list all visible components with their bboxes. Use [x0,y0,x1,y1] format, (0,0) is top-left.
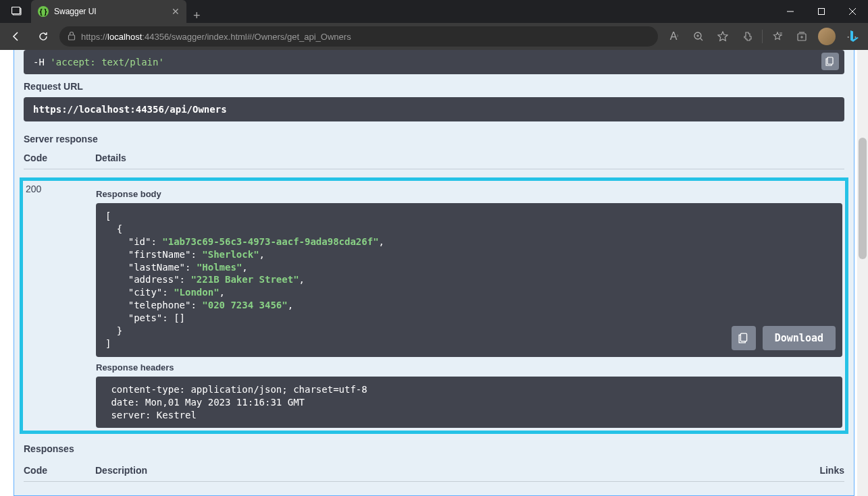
browser-tab[interactable]: { } Swagger UI ✕ [31,0,186,23]
extensions-icon[interactable] [736,26,758,47]
response-body-title: Response body [96,189,842,199]
browser-titlebar: { } Swagger UI ✕ + [0,0,868,23]
favorites-bar-icon[interactable] [767,26,788,47]
address-bar[interactable]: https://localhost:44356/swagger/index.ht… [59,26,658,47]
back-button[interactable] [5,26,27,47]
responses-title: Responses [24,443,844,454]
details-header: Details [95,153,126,163]
maximize-button[interactable] [806,0,837,23]
scrollbar-thumb[interactable] [859,138,867,259]
svg-rect-17 [827,57,833,64]
request-url-box: https://localhost:44356/api/Owners [24,97,844,121]
responses-links-header: Links [819,465,844,476]
browser-toolbar: https://localhost:44356/swagger/index.ht… [0,23,868,50]
request-url-title: Request URL [24,81,844,92]
window-controls [775,0,868,23]
svg-line-8 [700,38,703,40]
svg-rect-18 [740,333,746,341]
new-tab-button[interactable]: + [186,9,207,23]
responses-table-header: Code Description Links [24,465,844,482]
bing-sidebar-icon[interactable] [844,26,865,47]
responses-description-header: Description [95,465,819,476]
response-headers-box: content-type: application/json; charset=… [96,377,842,429]
responses-code-header: Code [24,465,95,476]
response-headers-title: Response headers [96,362,842,373]
curl-flag: -H [33,57,45,67]
code-header: Code [24,153,95,163]
collections-icon[interactable] [791,26,813,47]
curl-command-box: -H 'accept: text/plain' [24,50,844,74]
read-aloud-icon[interactable]: A⁾ [663,26,685,47]
page-scrollbar[interactable] [857,50,868,496]
request-url-value: https://localhost:44356/api/Owners [33,104,227,115]
download-button[interactable]: Download [763,326,836,350]
copy-response-button[interactable] [732,326,756,350]
zoom-icon[interactable] [688,26,709,47]
profile-avatar[interactable] [818,28,836,45]
tab-actions-icon[interactable] [5,0,28,23]
svg-rect-1 [12,7,20,14]
responses-section: Responses Code Description Links [24,443,844,482]
favorite-icon[interactable] [712,26,734,47]
minimize-button[interactable] [775,0,806,23]
copy-curl-button[interactable] [821,53,839,70]
swagger-operation-panel: -H 'accept: text/plain' Request URL http… [14,50,854,496]
lock-icon [68,31,76,43]
status-code: 200 [26,184,96,428]
svg-rect-3 [819,9,825,15]
swagger-favicon-icon: { } [38,6,49,17]
live-response-highlight: 200 Response body [ { "id": "1ab73c69-56… [20,177,848,434]
page-content: -H 'accept: text/plain' Request URL http… [0,50,868,496]
refresh-button[interactable] [32,26,54,47]
response-table-header: Code Details [24,153,844,169]
url-text: https://localhost:44356/swagger/index.ht… [81,32,351,42]
tab-close-icon[interactable]: ✕ [172,6,180,17]
server-response-title: Server response [24,134,844,144]
close-window-button[interactable] [837,0,868,23]
response-body-box: [ { "id": "1ab73c69-56c3-4973-aacf-9ada9… [96,203,842,357]
tab-title: Swagger UI [54,7,166,16]
svg-rect-6 [69,35,75,40]
curl-value: 'accept: text/plain' [50,57,164,67]
